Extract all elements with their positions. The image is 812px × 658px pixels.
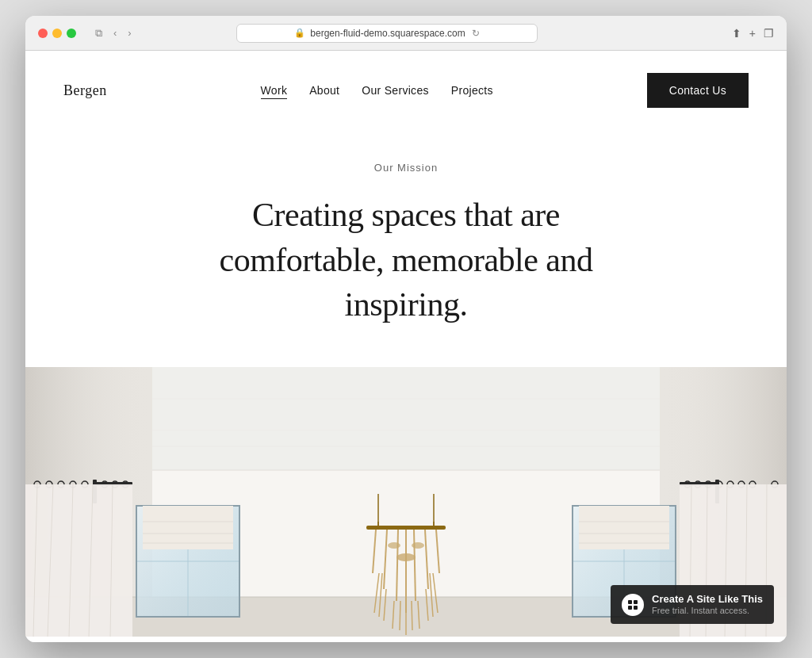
nav-item-services[interactable]: Our Services bbox=[362, 83, 429, 98]
forward-button[interactable]: › bbox=[124, 25, 134, 40]
nav-item-about[interactable]: About bbox=[309, 83, 339, 98]
headline-line2: comfortable, memorable and bbox=[220, 242, 593, 278]
new-tab-icon[interactable]: + bbox=[749, 27, 756, 40]
nav-link-about[interactable]: About bbox=[309, 84, 339, 97]
nav-link-work[interactable]: Work bbox=[261, 84, 288, 99]
maximize-button[interactable] bbox=[67, 29, 76, 38]
svg-line-79 bbox=[412, 601, 412, 630]
nav-link-services[interactable]: Our Services bbox=[362, 84, 429, 97]
lock-icon: 🔒 bbox=[294, 28, 305, 38]
badge-main-text: Create A Site Like This bbox=[652, 593, 763, 606]
navbar: Bergen Work About Our Services Projects … bbox=[25, 51, 787, 130]
brand-logo[interactable]: Bergen bbox=[63, 82, 107, 99]
svg-point-71 bbox=[412, 542, 424, 549]
svg-point-70 bbox=[388, 542, 400, 549]
browser-chrome: ⧉ ‹ › 🔒 bergen-fluid-demo.squarespace.co… bbox=[25, 16, 787, 51]
tab-icon[interactable]: ⧉ bbox=[92, 25, 105, 41]
svg-rect-90 bbox=[628, 606, 632, 610]
refresh-icon[interactable]: ↻ bbox=[472, 28, 480, 39]
svg-point-72 bbox=[396, 553, 416, 561]
svg-rect-91 bbox=[634, 606, 638, 610]
address-bar[interactable]: 🔒 bergen-fluid-demo.squarespace.com ↻ bbox=[236, 24, 538, 43]
svg-rect-22 bbox=[25, 484, 132, 637]
badge-sub-text: Free trial. Instant access. bbox=[652, 606, 763, 616]
badge-text-container: Create A Site Like This Free trial. Inst… bbox=[652, 593, 763, 616]
copy-icon[interactable]: ❐ bbox=[764, 27, 774, 40]
website-content: Bergen Work About Our Services Projects … bbox=[25, 51, 787, 642]
browser-window: ⧉ ‹ › 🔒 bergen-fluid-demo.squarespace.co… bbox=[25, 16, 787, 642]
room-image-section: Create A Site Like This Free trial. Inst… bbox=[25, 367, 787, 637]
squarespace-logo bbox=[626, 599, 639, 611]
contact-button[interactable]: Contact Us bbox=[647, 73, 749, 108]
headline-line1: Creating spaces that are bbox=[252, 197, 560, 233]
hero-section: Our Mission Creating spaces that are com… bbox=[25, 130, 787, 367]
nav-links: Work About Our Services Projects bbox=[261, 83, 493, 98]
browser-actions: ⬆ + ❐ bbox=[732, 27, 774, 40]
svg-rect-88 bbox=[628, 600, 632, 604]
url-text: bergen-fluid-demo.squarespace.com bbox=[310, 28, 465, 39]
squarespace-icon bbox=[622, 594, 644, 616]
nav-item-projects[interactable]: Projects bbox=[451, 83, 493, 98]
nav-link-projects[interactable]: Projects bbox=[451, 84, 493, 97]
close-button[interactable] bbox=[38, 29, 48, 38]
mission-label: Our Mission bbox=[63, 162, 749, 174]
hero-headline: Creating spaces that are comfortable, me… bbox=[200, 193, 612, 327]
minimize-button[interactable] bbox=[52, 29, 62, 38]
nav-item-work[interactable]: Work bbox=[261, 83, 288, 98]
traffic-lights bbox=[38, 29, 76, 38]
svg-rect-89 bbox=[634, 600, 638, 604]
share-icon[interactable]: ⬆ bbox=[732, 27, 741, 40]
browser-controls: ⧉ ‹ › bbox=[92, 25, 135, 41]
back-button[interactable]: ‹ bbox=[110, 25, 120, 40]
create-site-badge[interactable]: Create A Site Like This Free trial. Inst… bbox=[611, 585, 774, 624]
svg-line-77 bbox=[400, 601, 400, 630]
headline-line3: inspiring. bbox=[345, 286, 468, 323]
